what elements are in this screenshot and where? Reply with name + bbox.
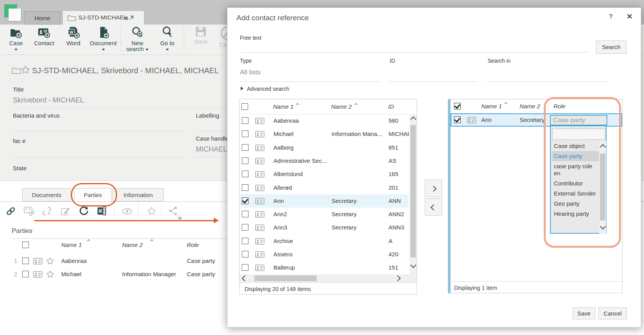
vertical-scrollbar[interactable] (410, 114, 417, 274)
ribbon-save-button[interactable]: Save (186, 26, 216, 44)
ribbon-new-search-button[interactable]: New search (122, 26, 153, 52)
id-input[interactable] (389, 81, 478, 82)
tab-home[interactable]: Home (24, 11, 60, 25)
move-left-button[interactable] (425, 198, 442, 216)
scroll-right-icon[interactable] (395, 275, 401, 282)
table-row[interactable]: Ann3 Secretary ANN3 (240, 221, 409, 234)
dropdown-option[interactable]: External Sender (552, 189, 599, 199)
case-handle-value[interactable]: MICHAEL, (196, 145, 229, 153)
pin-icon[interactable] (122, 15, 128, 21)
scrollbar-thumb[interactable] (410, 125, 416, 257)
preview-eye-icon[interactable] (122, 208, 132, 215)
row-checkbox-checked[interactable] (454, 116, 461, 123)
row-checkbox[interactable] (242, 238, 248, 244)
row-checkbox[interactable] (242, 264, 248, 271)
star-icon[interactable] (46, 270, 54, 278)
bacteria-field-underline[interactable] (12, 131, 185, 131)
col-header-name1[interactable]: Name 1 (61, 239, 82, 251)
scroll-down-icon[interactable] (600, 224, 606, 230)
scrollbar-thumb[interactable] (254, 275, 317, 281)
unlink-icon[interactable] (42, 206, 51, 216)
dropdown-option[interactable]: case party role en (552, 161, 599, 178)
table-row-selected[interactable]: Ann Secretary ANN (240, 194, 409, 208)
dropdown-option[interactable]: Contributor (552, 178, 599, 189)
table-row[interactable]: Aalborg 851 (240, 141, 409, 154)
ribbon-document-button[interactable]: Document (87, 26, 120, 53)
contact-link-icon[interactable] (24, 206, 35, 216)
ribbon-case-button[interactable]: Case (1, 26, 31, 53)
advanced-search-toggle[interactable]: Advanced search (247, 86, 289, 92)
tab-parties[interactable]: Parties (74, 188, 112, 201)
scroll-up-icon[interactable] (410, 116, 417, 123)
scroll-down-icon[interactable] (410, 262, 417, 268)
star-icon[interactable] (46, 257, 54, 265)
table-row[interactable]: Allerød 201 (240, 181, 409, 194)
tab-information[interactable]: Information (112, 188, 164, 201)
select-all-checkbox[interactable] (241, 103, 248, 110)
edit-icon[interactable] (61, 206, 70, 216)
col-header-role[interactable]: Role (187, 239, 199, 251)
tab-close-icon[interactable]: × (130, 11, 134, 24)
type-value[interactable]: All lists (240, 69, 261, 76)
dropdown-option[interactable]: Geo party (552, 199, 599, 209)
ribbon-contact-button[interactable]: Contact (29, 26, 59, 46)
select-all-checkbox-checked[interactable] (454, 103, 461, 109)
row-checkbox[interactable] (22, 257, 29, 264)
help-icon[interactable]: ? (609, 13, 613, 20)
select-all-checkbox[interactable] (22, 242, 29, 248)
table-row[interactable]: Ballerup 151 (240, 261, 409, 274)
free-text-input[interactable] (240, 52, 589, 53)
star-icon[interactable] (147, 206, 156, 215)
col-header-name1[interactable]: Name 1 (481, 99, 502, 113)
dropdown-scrollbar[interactable] (599, 141, 606, 234)
cancel-button[interactable]: Cancel (598, 307, 627, 319)
row-checkbox[interactable] (242, 184, 248, 191)
scroll-left-icon[interactable] (242, 275, 248, 282)
col-header-role[interactable]: Role (554, 99, 566, 113)
table-row[interactable]: 1 Aabenraa Case party (0, 254, 227, 268)
row-checkbox[interactable] (242, 224, 248, 231)
dropdown-option[interactable]: Case object (552, 141, 599, 151)
expand-corner-icon[interactable] (178, 215, 182, 219)
dropdown-option-selected[interactable]: Case party (552, 151, 599, 161)
ribbon-word-button[interactable]: Word (58, 26, 89, 46)
favorite-star-icon[interactable] (21, 65, 30, 74)
refresh-icon[interactable] (79, 206, 89, 216)
tab-case[interactable]: SJ-STD-MICHAEL... × (62, 11, 144, 25)
horizontal-scrollbar[interactable] (240, 274, 417, 282)
table-row[interactable]: Administrative Sec... AS (240, 154, 409, 168)
col-header-name1[interactable]: Name 1 (273, 99, 294, 114)
table-row[interactable]: Archive A (240, 235, 409, 248)
row-checkbox[interactable] (22, 271, 29, 277)
row-checkbox[interactable] (242, 144, 248, 151)
table-row[interactable]: Michael Information Mana... MICHAE (240, 127, 409, 141)
row-checkbox[interactable] (242, 117, 248, 124)
col-header-name2[interactable]: Name 2 (122, 239, 143, 251)
share-icon[interactable] (169, 206, 177, 215)
scroll-up-icon[interactable] (600, 144, 606, 150)
role-combobox[interactable]: Case party (550, 115, 607, 125)
search-button[interactable]: Search (596, 41, 626, 54)
ribbon-go-to-button[interactable]: Go to (152, 26, 183, 53)
link-icon[interactable] (6, 206, 16, 216)
table-row[interactable]: 2 Michael Information Manager Case party (0, 268, 227, 281)
row-checkbox[interactable] (242, 211, 248, 217)
fac-field-underline[interactable] (12, 158, 185, 158)
row-checkbox[interactable] (242, 251, 248, 257)
row-checkbox-checked[interactable] (242, 197, 248, 204)
tab-documents[interactable]: Documents (22, 188, 71, 201)
move-right-button[interactable] (425, 180, 442, 197)
row-checkbox[interactable] (242, 130, 248, 137)
dropdown-filter-input[interactable] (552, 129, 605, 140)
title-value[interactable]: Skrivebord - MICHAEL (13, 96, 84, 104)
col-header-id[interactable]: ID (388, 99, 394, 114)
col-header-name2[interactable]: Name 2 (520, 99, 540, 113)
col-header-name2[interactable]: Name 2 (331, 99, 352, 114)
table-row[interactable]: Albertslund 165 (240, 168, 409, 181)
close-icon[interactable]: × (627, 11, 632, 22)
dropdown-option[interactable]: Hearing party (552, 209, 599, 219)
table-row[interactable]: Ann2 Secretary ANN2 (240, 208, 409, 221)
save-button[interactable]: Save (573, 307, 595, 319)
row-checkbox[interactable] (242, 157, 248, 164)
search-in-input[interactable] (486, 81, 608, 82)
